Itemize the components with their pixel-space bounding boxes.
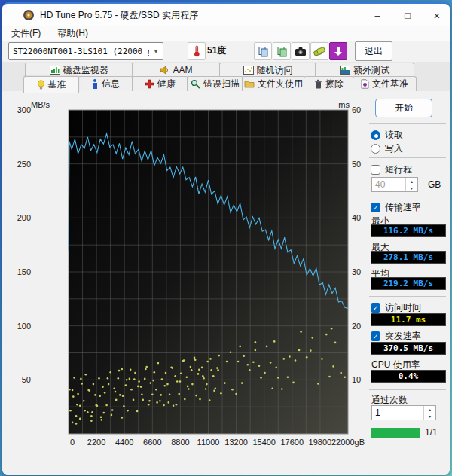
checkbox-icon: ✓: [371, 203, 380, 212]
tab-label: 额外测试: [353, 64, 389, 77]
spin-down-icon[interactable]: ▾: [424, 413, 435, 420]
access-time-checkbox[interactable]: ✓ 访问时间: [371, 301, 421, 314]
checkbox-icon: [371, 165, 380, 175]
svg-text:15400: 15400: [252, 438, 276, 447]
benchmark-pane: MB/sms5010015020025030010203040506002200…: [2, 91, 450, 475]
copy-image-icon: [276, 46, 288, 57]
pass-count-value: 1: [372, 406, 423, 420]
read-radio-label: 读取: [385, 129, 403, 142]
health-cross-icon: [145, 79, 154, 89]
control-panel: 开始 读取 写入 短行程 40 ▴ ▾ GB: [368, 91, 450, 475]
monitor-chart-icon: [50, 66, 60, 75]
benchmark-chart: MB/sms5010015020025030010203040506002200…: [2, 96, 367, 456]
tab-label: 文件基准: [372, 78, 408, 90]
separator: [369, 157, 446, 158]
access-time-value-box: 11.7 ms: [371, 313, 446, 326]
burst-rate-label: 突发速率: [385, 330, 421, 343]
tab-label: 磁盘监视器: [63, 64, 108, 77]
tab-file-benchmark[interactable]: 文件基准: [353, 76, 417, 91]
svg-text:19800: 19800: [309, 438, 332, 447]
info-icon: [91, 79, 99, 89]
spin-down-icon[interactable]: ▾: [406, 185, 417, 192]
speaker-icon: [160, 66, 170, 75]
spinner[interactable]: ▴ ▾: [423, 406, 435, 420]
tab-error-scan[interactable]: 错误扫描: [187, 76, 243, 91]
file-icon: [361, 79, 369, 89]
tab-aam[interactable]: AAM: [132, 63, 221, 77]
checkbox-icon: ✓: [371, 303, 380, 313]
close-button[interactable]: ×: [423, 4, 450, 26]
short-stroke-size-stepper[interactable]: 40 ▴ ▾: [371, 177, 418, 192]
tab-folder-usage[interactable]: 文件夹使用: [242, 76, 305, 91]
maximize-button[interactable]: □: [393, 4, 422, 26]
folder-icon: [244, 80, 255, 88]
svg-text:50: 50: [352, 160, 361, 169]
spin-up-icon[interactable]: ▴: [424, 406, 435, 413]
tab-random-access[interactable]: 随机访问: [219, 63, 316, 77]
tab-extra-tests[interactable]: 额外测试: [315, 63, 414, 77]
burst-rate-checkbox[interactable]: ✓ 突发速率: [371, 330, 421, 343]
extra-chart-icon: [340, 66, 350, 75]
temperature-button[interactable]: [188, 42, 206, 60]
download-button[interactable]: [329, 42, 347, 60]
radio-icon: [371, 130, 380, 140]
tab-disk-monitor[interactable]: 磁盘监视器: [25, 63, 133, 77]
tab-label: AAM: [173, 65, 192, 75]
exit-button[interactable]: 退出: [355, 41, 392, 61]
svg-text:60: 60: [352, 105, 361, 114]
title-bar: HD Tune Pro 5.75 - 硬盘/SSD 实用程序 – □ ×: [2, 4, 450, 26]
screenshot-button[interactable]: [292, 42, 310, 60]
svg-text:8800: 8800: [171, 438, 189, 447]
transfer-rate-label: 传输速率: [385, 201, 421, 214]
start-button[interactable]: 开始: [375, 99, 432, 117]
svg-text:300: 300: [17, 105, 31, 114]
app-icon: [23, 9, 35, 21]
spin-up-icon[interactable]: ▴: [406, 178, 417, 185]
svg-text:13200: 13200: [224, 438, 248, 447]
gb-unit-label: GB: [428, 179, 441, 190]
write-radio[interactable]: 写入: [371, 142, 403, 155]
tab-label: 错误扫描: [203, 78, 240, 90]
tab-erase[interactable]: 擦除: [304, 76, 354, 91]
avg-value-box: 219.2 MB/s: [371, 277, 446, 290]
short-stroke-checkbox[interactable]: 短行程: [371, 163, 412, 176]
copy-text-button[interactable]: [254, 42, 272, 60]
pass-count-stepper[interactable]: 1 ▴ ▾: [371, 405, 436, 420]
menu-help[interactable]: 帮助(H): [54, 26, 91, 41]
write-radio-label: 写入: [385, 142, 403, 155]
tab-info[interactable]: 信息: [78, 76, 133, 91]
tab-label: 随机访问: [257, 64, 293, 77]
tab-health[interactable]: 健康: [132, 76, 188, 91]
tab-label: 健康: [157, 78, 176, 90]
svg-text:MB/s: MB/s: [31, 100, 50, 109]
spinner[interactable]: ▴ ▾: [405, 178, 417, 191]
save-results-button[interactable]: [310, 42, 328, 60]
menu-file[interactable]: 文件(F): [8, 26, 44, 41]
lightbulb-icon: [37, 80, 45, 90]
trash-icon: [314, 79, 322, 89]
svg-text:2200: 2200: [87, 438, 105, 447]
svg-text:0: 0: [70, 438, 75, 447]
window-title: HD Tune Pro 5.75 - 硬盘/SSD 实用程序: [40, 9, 198, 22]
minimize-button[interactable]: –: [363, 4, 392, 26]
copy-image-button[interactable]: [273, 42, 291, 60]
separator: [369, 389, 446, 390]
tab-label: 基准: [48, 78, 66, 91]
separator: [369, 296, 446, 297]
scatter-chart-icon: [243, 66, 254, 75]
read-radio[interactable]: 读取: [371, 129, 403, 142]
drive-selector[interactable]: ST22000NT001-3LS101 (22000 gB) ▾: [8, 42, 163, 60]
disk-stack-icon: [313, 46, 325, 56]
checkbox-icon: ✓: [371, 331, 380, 341]
svg-text:11000: 11000: [197, 438, 220, 447]
svg-text:4400: 4400: [115, 438, 133, 447]
down-arrow-icon: [334, 47, 343, 56]
min-value-box: 116.2 MB/s: [371, 224, 446, 237]
magnifier-icon: [191, 79, 200, 89]
app-window: HD Tune Pro 5.75 - 硬盘/SSD 实用程序 – □ × 文件(…: [2, 2, 450, 475]
transfer-rate-checkbox[interactable]: ✓ 传输速率: [371, 201, 421, 214]
cpu-usage-value-box: 0.4%: [371, 370, 446, 383]
tab-benchmark[interactable]: 基准: [23, 76, 79, 93]
progress-fraction: 1/1: [425, 427, 438, 438]
radio-icon: [371, 144, 380, 154]
